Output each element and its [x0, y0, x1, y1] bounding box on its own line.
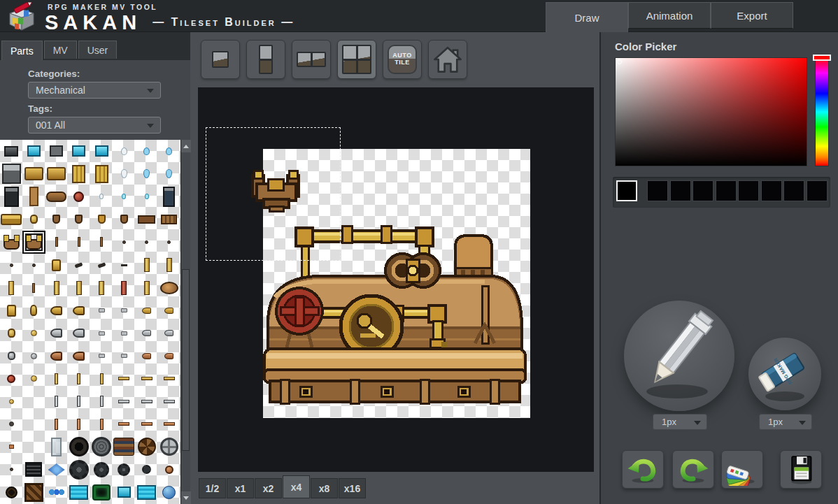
color-swatch[interactable] — [716, 180, 737, 201]
part-item[interactable] — [136, 254, 158, 277]
tile-2x2-button[interactable] — [337, 40, 376, 79]
part-item[interactable] — [0, 435, 22, 459]
part-item[interactable] — [90, 345, 113, 368]
part-item[interactable] — [68, 208, 90, 231]
part-item[interactable] — [68, 459, 90, 482]
part-item[interactable] — [22, 254, 45, 277]
part-item[interactable] — [0, 163, 22, 186]
part-item[interactable] — [45, 254, 68, 277]
part-item[interactable] — [158, 481, 180, 504]
part-item[interactable] — [22, 299, 45, 322]
part-item[interactable] — [22, 208, 45, 231]
part-item[interactable] — [113, 367, 135, 390]
part-item[interactable] — [45, 231, 68, 254]
part-item[interactable] — [90, 322, 113, 345]
part-item[interactable] — [136, 231, 158, 254]
part-item[interactable] — [22, 481, 45, 504]
part-item[interactable] — [136, 185, 158, 208]
part-item[interactable] — [113, 208, 135, 231]
autotile-button[interactable]: AUTO TILE — [383, 40, 422, 79]
part-item[interactable] — [45, 299, 68, 322]
home-button[interactable] — [428, 40, 467, 79]
part-item[interactable] — [113, 276, 135, 299]
part-item[interactable] — [0, 299, 22, 322]
part-item[interactable] — [136, 299, 158, 322]
color-swatch[interactable] — [670, 180, 691, 201]
part-item[interactable] — [136, 367, 158, 390]
part-item[interactable] — [90, 140, 113, 163]
part-item[interactable] — [158, 163, 180, 186]
part-item[interactable] — [136, 413, 158, 436]
zoom-x16[interactable]: x16 — [339, 478, 366, 498]
part-item[interactable] — [90, 185, 113, 208]
part-item[interactable] — [136, 390, 158, 413]
part-item[interactable] — [158, 254, 180, 277]
part-item[interactable] — [22, 185, 45, 208]
part-item[interactable] — [136, 481, 158, 504]
part-item[interactable] — [90, 435, 113, 459]
part-item[interactable] — [22, 276, 45, 299]
parts-scrollbar[interactable] — [180, 140, 190, 504]
part-item[interactable] — [45, 185, 68, 208]
part-item[interactable] — [113, 413, 135, 436]
part-item[interactable] — [22, 322, 45, 345]
part-item[interactable] — [158, 322, 180, 345]
part-item[interactable] — [113, 140, 135, 163]
part-item[interactable] — [45, 390, 68, 413]
part-item[interactable] — [113, 163, 135, 186]
part-item[interactable] — [22, 459, 45, 482]
scrollbar-thumb[interactable] — [182, 269, 190, 451]
part-item[interactable] — [45, 163, 68, 186]
part-item[interactable] — [136, 345, 158, 368]
tile-2x1-button[interactable] — [292, 40, 331, 79]
eraser-size-select[interactable]: 1px — [759, 414, 812, 430]
part-item[interactable] — [90, 254, 113, 277]
undo-button[interactable] — [622, 450, 664, 489]
tags-select[interactable]: 001 All — [28, 117, 161, 134]
zoom-x4[interactable]: x4 — [283, 475, 310, 498]
eraser-tool-button[interactable]: RPG MAKER — [748, 338, 821, 410]
part-item[interactable] — [158, 208, 180, 231]
part-item[interactable] — [113, 345, 135, 368]
part-item[interactable] — [90, 208, 113, 231]
part-item[interactable] — [136, 140, 158, 163]
part-item[interactable] — [22, 390, 45, 413]
color-swatch[interactable] — [693, 180, 713, 201]
part-item[interactable] — [113, 185, 135, 208]
categories-select[interactable]: Mechanical — [28, 82, 161, 99]
tab-user[interactable]: User — [78, 41, 118, 59]
part-item[interactable] — [22, 413, 45, 436]
zoom-1-2[interactable]: 1/2 — [199, 478, 226, 498]
part-item[interactable] — [136, 208, 158, 231]
part-item[interactable] — [113, 231, 135, 254]
part-item[interactable] — [68, 185, 90, 208]
part-item[interactable] — [90, 163, 113, 186]
part-item[interactable] — [45, 276, 68, 299]
part-item[interactable] — [0, 367, 22, 390]
part-item[interactable] — [113, 435, 135, 459]
part-item[interactable] — [0, 208, 22, 231]
part-item[interactable] — [68, 435, 90, 459]
part-item[interactable] — [45, 459, 68, 482]
pencil-size-select[interactable]: 1px — [653, 414, 707, 430]
part-item[interactable] — [113, 299, 135, 322]
tile-1x1-button[interactable] — [201, 40, 240, 79]
part-item[interactable] — [90, 481, 113, 504]
pencil-tool-button[interactable] — [624, 301, 734, 411]
part-item[interactable] — [68, 481, 90, 504]
part-item[interactable] — [68, 322, 90, 345]
part-item[interactable] — [0, 390, 22, 413]
part-item[interactable] — [68, 276, 90, 299]
part-item[interactable] — [113, 459, 135, 482]
part-item[interactable] — [113, 254, 135, 277]
zoom-x8[interactable]: x8 — [311, 478, 338, 498]
part-item[interactable] — [158, 345, 180, 368]
part-item[interactable] — [22, 231, 45, 254]
part-item[interactable] — [45, 367, 68, 390]
hue-slider[interactable] — [815, 57, 829, 166]
tab-draw[interactable]: Draw — [546, 2, 628, 32]
part-item[interactable] — [45, 322, 68, 345]
part-item[interactable] — [158, 390, 180, 413]
part-item[interactable] — [45, 208, 68, 231]
part-item[interactable] — [45, 481, 68, 504]
